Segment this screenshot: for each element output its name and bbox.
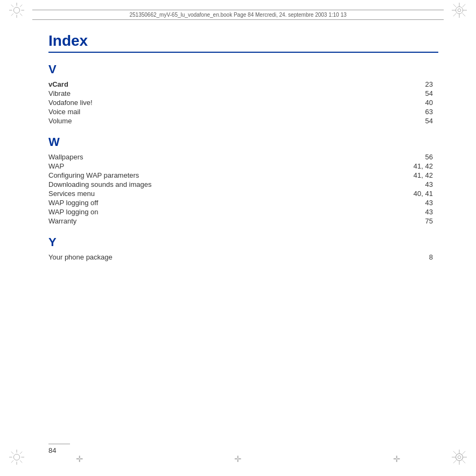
- main-content: Index V vCard 23 Vibrate 54 Vodafone liv…: [48, 32, 438, 433]
- bottom-marks: ✛ ✛ ✛: [0, 454, 476, 464]
- entry-page: 41, 42: [302, 171, 438, 180]
- entry-page: 8: [302, 253, 438, 262]
- section-v-table: vCard 23 Vibrate 54 Vodafone live! 40 Vo…: [48, 80, 438, 125]
- entry-page: 40: [302, 98, 438, 107]
- table-row: Your phone package 8: [48, 253, 438, 262]
- table-row: Services menu 40, 41: [48, 189, 438, 198]
- sunburst-top-right: [451, 2, 467, 18]
- page-number: 84: [48, 444, 70, 454]
- header-bar: 251350662_myV-65_lu_vodafone_en.book Pag…: [32, 10, 444, 20]
- entry-page: 43: [302, 198, 438, 207]
- svg-point-10: [458, 9, 461, 12]
- entry-name: Wallpapers: [48, 152, 302, 162]
- table-row: Configuring WAP parameters 41, 42: [48, 171, 438, 180]
- svg-point-9: [456, 6, 463, 13]
- entry-name: WAP: [48, 162, 302, 171]
- entry-page: 43: [302, 207, 438, 216]
- entry-name: Vodafone live!: [48, 98, 302, 107]
- entry-name: Downloading sounds and images: [48, 180, 302, 189]
- entry-page: 40, 41: [302, 189, 438, 198]
- table-row: WAP logging off 43: [48, 198, 438, 207]
- entry-name: Voice mail: [48, 107, 302, 116]
- table-row: Downloading sounds and images 43: [48, 180, 438, 189]
- svg-line-15: [453, 4, 457, 8]
- entry-page: 56: [302, 152, 438, 162]
- section-letter-v: V: [48, 62, 438, 76]
- header-text: 251350662_myV-65_lu_vodafone_en.book Pag…: [129, 12, 346, 18]
- crosshair-bottom-1: ✛: [76, 454, 83, 464]
- svg-point-0: [13, 7, 19, 13]
- entry-name: WAP logging on: [48, 207, 302, 216]
- section-y-table: Your phone package 8: [48, 253, 438, 262]
- entry-name: Warranty: [48, 216, 302, 226]
- entry-name: Your phone package: [48, 253, 302, 262]
- crosshair-bottom-3: ✛: [393, 454, 400, 464]
- entry-name: vCard: [48, 80, 302, 89]
- table-row: Vodafone live! 40: [48, 98, 438, 107]
- entry-page: 43: [302, 180, 438, 189]
- entry-name: WAP logging off: [48, 198, 302, 207]
- entry-name: Volume: [48, 116, 302, 125]
- section-letter-y: Y: [48, 235, 438, 249]
- svg-line-17: [463, 4, 466, 8]
- table-row: WAP logging on 43: [48, 207, 438, 216]
- section-letter-w: W: [48, 135, 438, 149]
- entry-name: Services menu: [48, 189, 302, 198]
- svg-line-18: [453, 13, 457, 17]
- crosshair-bottom-2: ✛: [234, 454, 241, 464]
- svg-line-16: [463, 13, 466, 17]
- table-row: Vibrate 54: [48, 89, 438, 98]
- index-title: Index: [48, 32, 438, 53]
- page: 251350662_myV-65_lu_vodafone_en.book Pag…: [0, 0, 476, 476]
- entry-page: 54: [302, 116, 438, 125]
- svg-line-5: [11, 5, 13, 7]
- entry-page: 63: [302, 107, 438, 116]
- table-row: Volume 54: [48, 116, 438, 125]
- entry-name: Configuring WAP parameters: [48, 171, 302, 180]
- entry-name: Vibrate: [48, 89, 302, 98]
- table-row: Wallpapers 56: [48, 152, 438, 162]
- svg-line-8: [11, 13, 13, 16]
- table-row: Warranty 75: [48, 216, 438, 226]
- svg-line-6: [20, 13, 22, 16]
- entry-page: 54: [302, 89, 438, 98]
- sunburst-top-left: [9, 2, 25, 18]
- entry-page: 75: [302, 216, 438, 226]
- table-row: Voice mail 63: [48, 107, 438, 116]
- table-row: WAP 41, 42: [48, 162, 438, 171]
- section-w-table: Wallpapers 56 WAP 41, 42 Configuring WAP…: [48, 152, 438, 226]
- svg-line-7: [20, 5, 22, 7]
- table-row: vCard 23: [48, 80, 438, 89]
- entry-page: 23: [302, 80, 438, 89]
- entry-page: 41, 42: [302, 162, 438, 171]
